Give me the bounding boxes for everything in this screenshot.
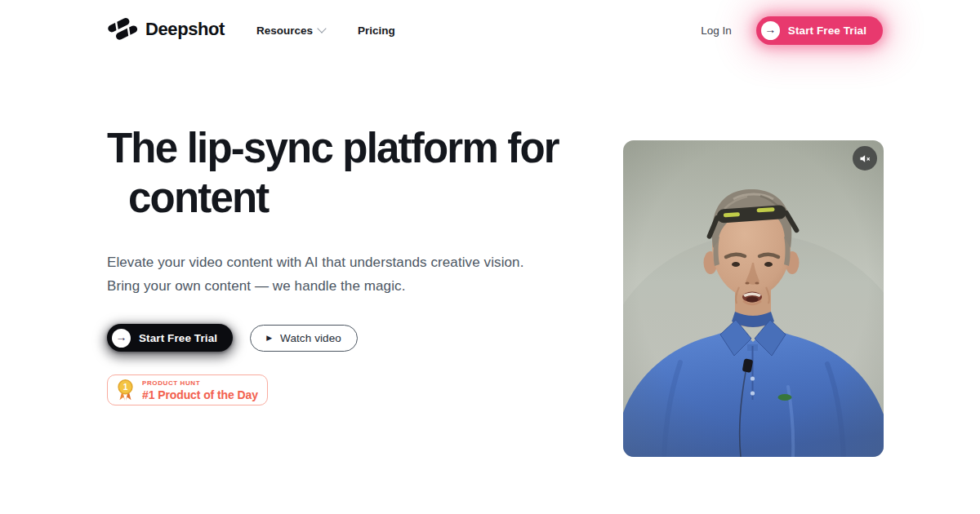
button-label: Start Free Trial [788, 24, 866, 37]
button-label: Start Free Trial [139, 332, 217, 344]
page-title: The lip-sync platform for content [107, 123, 559, 223]
product-hunt-eyebrow: PRODUCT HUNT [142, 379, 258, 387]
speaker-muted-icon [858, 152, 872, 166]
arrow-right-icon: → [761, 21, 780, 40]
brand-logo[interactable]: Deepshot [107, 18, 225, 41]
header-start-free-trial-button[interactable]: → Start Free Trial [756, 16, 883, 45]
login-link[interactable]: Log In [701, 24, 732, 37]
hero-start-free-trial-button[interactable]: → Start Free Trial [107, 324, 233, 352]
medal-icon: 1 [116, 379, 135, 401]
product-hunt-title: #1 Product of the Day [142, 388, 258, 401]
cta-row: → Start Free Trial ▶ Watch video [107, 324, 358, 352]
product-hunt-badge[interactable]: 1 PRODUCT HUNT #1 Product of the Day [107, 374, 268, 405]
presenter-illustration [623, 140, 884, 457]
brand-name: Deepshot [145, 19, 225, 40]
watch-video-button[interactable]: ▶ Watch video [250, 325, 358, 352]
subtitle-line-2: Bring your own content — we handle the m… [107, 275, 523, 299]
button-label: Watch video [280, 332, 341, 344]
nav-item-label: Resources [256, 24, 313, 37]
arrow-right-icon: → [112, 329, 131, 348]
svg-text:1: 1 [123, 383, 128, 392]
site-header: Deepshot Resources Pricing Log In → Star… [0, 0, 980, 60]
nav-item-label: Pricing [358, 24, 395, 37]
subtitle-line-1: Elevate your video content with AI that … [107, 251, 523, 275]
chevron-down-icon [317, 24, 326, 33]
hero-subtitle: Elevate your video content with AI that … [107, 251, 523, 298]
header-actions: Log In → Start Free Trial [701, 0, 883, 60]
hero-video[interactable] [623, 140, 884, 457]
main-nav: Resources Pricing [256, 0, 395, 60]
nav-item-pricing[interactable]: Pricing [358, 24, 395, 37]
play-icon: ▶ [266, 335, 272, 342]
deepshot-landing-page: Deepshot Resources Pricing Log In → Star… [0, 0, 980, 514]
product-hunt-text: PRODUCT HUNT #1 Product of the Day [142, 379, 258, 401]
nav-item-resources[interactable]: Resources [256, 24, 325, 37]
mute-button[interactable] [853, 146, 877, 171]
title-line-2: content [107, 173, 559, 223]
deepshot-logo-icon [107, 18, 138, 41]
title-line-1: The lip-sync platform for [107, 123, 559, 173]
